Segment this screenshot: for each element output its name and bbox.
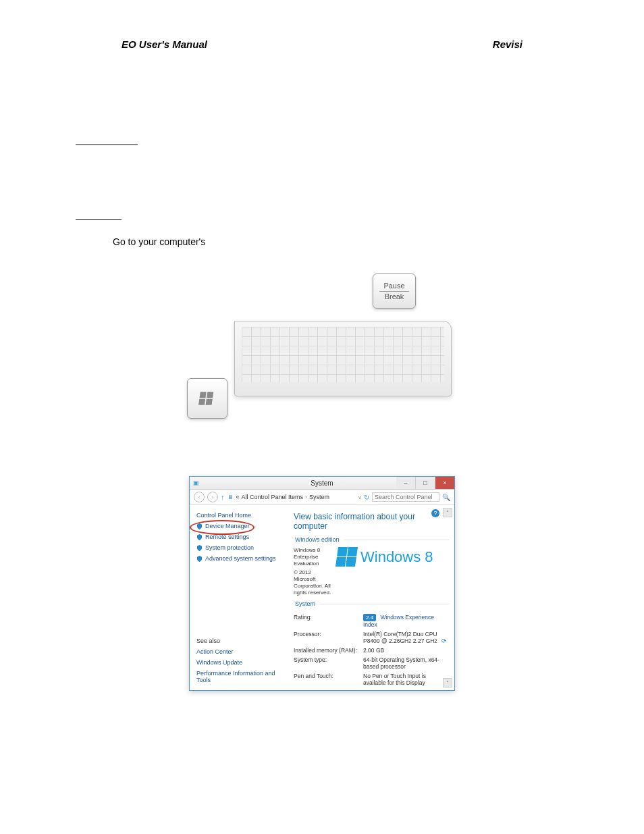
- system-group: System Rating: 2.4 Windows Experience In…: [294, 600, 449, 686]
- nav-up-button[interactable]: ↑: [221, 493, 225, 501]
- pen-touch-label: Pen and Touch:: [294, 673, 358, 686]
- svg-rect-0: [200, 392, 207, 398]
- remote-settings-label: Remote settings: [205, 533, 249, 540]
- close-button[interactable]: ×: [435, 477, 454, 489]
- advanced-settings-link[interactable]: Advanced system settings: [196, 555, 283, 562]
- ram-value: 2.00 GB: [363, 647, 449, 654]
- shield-icon: [196, 556, 203, 562]
- see-also-label: See also: [196, 628, 283, 644]
- perf-info-tools-link[interactable]: Performance Information and Tools: [196, 670, 283, 683]
- windows-logo-icon: [198, 390, 216, 407]
- svg-rect-2: [198, 399, 205, 405]
- system-protection-link[interactable]: System protection: [196, 544, 283, 551]
- shield-icon: [196, 523, 203, 529]
- crumb-system[interactable]: System: [309, 494, 329, 500]
- processor-refresh-icon[interactable]: ⟳: [441, 637, 447, 644]
- chevron-down-icon[interactable]: v: [358, 494, 361, 500]
- windows-logo-icon: [336, 547, 358, 567]
- nav-back-button[interactable]: ‹: [194, 492, 205, 502]
- computer-icon: 🖥: [227, 494, 234, 500]
- header-left: EO User's Manual: [122, 38, 207, 50]
- windows-update-link[interactable]: Windows Update: [196, 659, 283, 666]
- copyright-text: © 2012 Microsoft Corporation. All rights…: [294, 569, 331, 596]
- nav-forward-button[interactable]: ›: [207, 492, 218, 502]
- scroll-down-button[interactable]: ˅: [443, 678, 452, 687]
- action-center-link[interactable]: Action Center: [196, 648, 283, 655]
- windows-edition-group: Windows edition Windows 8 Enterprise Eva…: [294, 536, 449, 596]
- pause-break-key: Pause Break: [373, 273, 416, 309]
- crumb-prefix: «: [236, 494, 240, 500]
- breadcrumb[interactable]: « All Control Panel Items › System: [236, 494, 356, 500]
- crumb-all-items[interactable]: All Control Panel Items: [242, 494, 304, 500]
- help-icon[interactable]: ?: [431, 509, 439, 517]
- rating-label: Rating:: [294, 614, 358, 628]
- windows8-logo: Windows 8: [337, 547, 433, 567]
- processor-label: Processor:: [294, 631, 358, 644]
- windows-edition-legend: Windows edition: [294, 536, 344, 543]
- keyboard-icon: [234, 321, 452, 396]
- step-1-text: Go to your computer's: [113, 236, 205, 247]
- windows8-logo-text: Windows 8: [360, 548, 433, 566]
- scroll-up-button[interactable]: ˄: [443, 508, 452, 517]
- crumb-sep: ›: [305, 494, 307, 500]
- refresh-button[interactable]: ↻: [364, 494, 369, 501]
- search-input[interactable]: [372, 492, 439, 502]
- shield-icon: [196, 545, 203, 551]
- remote-settings-link[interactable]: Remote settings: [196, 533, 283, 540]
- system-window: ▣ System – □ × ‹ › ↑ 🖥 « All Control Pan…: [189, 476, 455, 691]
- minimize-button[interactable]: –: [396, 477, 415, 489]
- rating-value: 2.4 Windows Experience Index: [363, 614, 449, 628]
- page-heading: View basic information about your comput…: [294, 512, 449, 531]
- ram-label: Installed memory (RAM):: [294, 647, 358, 654]
- edition-text: Windows 8 Enterprise Evaluation: [294, 547, 331, 567]
- system-type-label: System type:: [294, 656, 358, 670]
- search-icon[interactable]: 🔍: [442, 494, 450, 501]
- shield-icon: [196, 534, 203, 540]
- svg-rect-3: [206, 399, 213, 405]
- device-manager-label: Device Manager: [205, 523, 250, 529]
- maximize-button[interactable]: □: [415, 477, 435, 489]
- device-manager-link[interactable]: Device Manager: [196, 523, 283, 529]
- svg-rect-1: [207, 392, 213, 398]
- windows-key: [187, 378, 227, 419]
- system-protection-label: System protection: [205, 544, 254, 551]
- title-bar: ▣ System – □ ×: [190, 477, 454, 490]
- nav-bar: ‹ › ↑ 🖥 « All Control Panel Items › Syst…: [190, 490, 454, 505]
- system-legend: System: [294, 600, 319, 607]
- section-underline-2: [76, 219, 122, 220]
- section-underline-1: [76, 145, 138, 145]
- control-panel-home-link[interactable]: Control Panel Home: [196, 512, 283, 519]
- key-divider: [379, 291, 408, 292]
- pen-touch-value: No Pen or Touch Input is available for t…: [363, 673, 449, 686]
- processor-value: Intel(R) Core(TM)2 Duo CPU P8400 @ 2.26G…: [363, 631, 449, 644]
- pause-label: Pause: [383, 282, 404, 290]
- left-pane: Control Panel Home Device Manager Remote…: [190, 505, 288, 690]
- right-pane: ? ˄ ˅ View basic information about your …: [288, 505, 454, 690]
- system-type-value: 64-bit Operating System, x64-based proce…: [363, 656, 449, 670]
- advanced-settings-label: Advanced system settings: [205, 555, 276, 562]
- break-label: Break: [385, 292, 404, 301]
- wei-score-badge: 2.4: [363, 614, 376, 621]
- header-right: Revisi: [493, 38, 522, 50]
- keyboard-figure: Pause Break: [187, 273, 457, 429]
